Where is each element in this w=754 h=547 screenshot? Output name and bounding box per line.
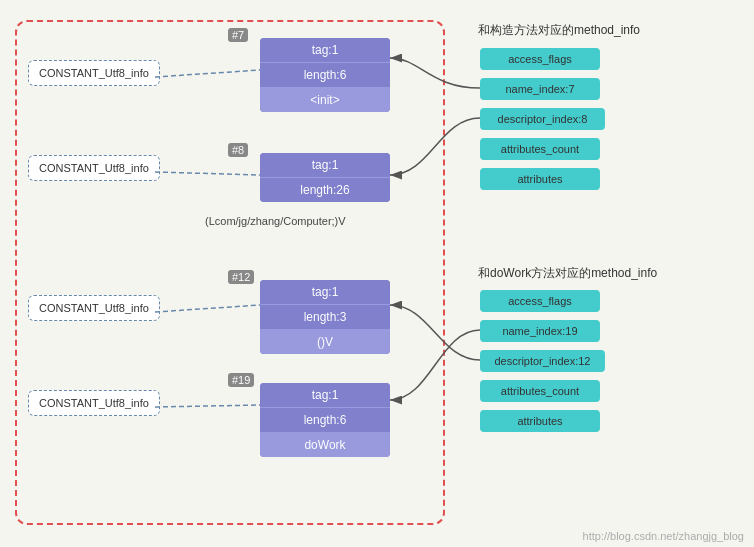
block-7-length: length:6 [260,63,390,88]
badge-7: #7 [228,28,248,42]
constant-label-1: CONSTANT_Utf8_info [39,67,149,79]
block-8-subtext: (Lcom/jg/zhang/Computer;)V [205,215,346,227]
block-12-length: length:3 [260,305,390,330]
block-8-length: length:26 [260,178,390,202]
block-8-tag: tag:1 [260,153,390,178]
badge-label-8: #8 [228,143,248,157]
block-12-value: ()V [260,330,390,354]
block-19-value: doWork [260,433,390,457]
block-7-value: <init> [260,88,390,112]
constant-label-3: CONSTANT_Utf8_info [39,302,149,314]
dowork-label: 和doWork方法对应的method_info [478,265,657,282]
block-8: tag:1 length:26 [260,153,390,202]
constructor-label: 和构造方法对应的method_info [478,22,640,39]
block-7: tag:1 length:6 <init> [260,38,390,112]
constant-box-2: CONSTANT_Utf8_info [28,155,160,181]
block-12: tag:1 length:3 ()V [260,280,390,354]
block-7-tag: tag:1 [260,38,390,63]
constructor-access-flags: access_flags [480,48,600,70]
badge-label-19: #19 [228,373,254,387]
dowork-access-flags: access_flags [480,290,600,312]
badge-12: #12 [228,270,254,284]
dowork-attributes-count: attributes_count [480,380,600,402]
badge-8: #8 [228,143,248,157]
block-19-length: length:6 [260,408,390,433]
block-12-tag: tag:1 [260,280,390,305]
block-19-tag: tag:1 [260,383,390,408]
constant-box-3: CONSTANT_Utf8_info [28,295,160,321]
constructor-attributes-count: attributes_count [480,138,600,160]
badge-19: #19 [228,373,254,387]
dowork-descriptor-index: descriptor_index:12 [480,350,605,372]
constructor-attributes: attributes [480,168,600,190]
block-19: tag:1 length:6 doWork [260,383,390,457]
watermark: http://blog.csdn.net/zhangjg_blog [583,530,744,542]
constant-box-4: CONSTANT_Utf8_info [28,390,160,416]
constant-label-4: CONSTANT_Utf8_info [39,397,149,409]
dowork-attributes: attributes [480,410,600,432]
dowork-name-index: name_index:19 [480,320,600,342]
badge-label-7: #7 [228,28,248,42]
constructor-descriptor-index: descriptor_index:8 [480,108,605,130]
constructor-name-index: name_index:7 [480,78,600,100]
badge-label-12: #12 [228,270,254,284]
constant-label-2: CONSTANT_Utf8_info [39,162,149,174]
constant-box-1: CONSTANT_Utf8_info [28,60,160,86]
